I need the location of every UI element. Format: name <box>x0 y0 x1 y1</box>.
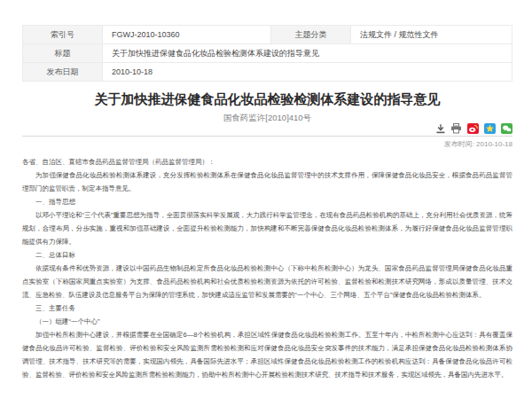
document-meta-table: 索引号 FGWJ-2010-10360 主题分类 法规文件 / 规范性文件 标题… <box>22 25 512 82</box>
print-icon[interactable] <box>450 123 462 134</box>
table-row: 索引号 FGWJ-2010-10360 主题分类 法规文件 / 规范性文件 <box>23 26 512 44</box>
divider <box>22 136 512 137</box>
table-row: 标题 关于加快推进保健食品化妆品检验检测体系建设的指导意见 <box>23 44 512 63</box>
qzone-share-icon[interactable] <box>484 123 496 134</box>
section-3-paragraph: 加强中检所检测中心建设，并根据需要在全国确定6—8个检验机构，承担区域性保健食品… <box>22 328 512 381</box>
page-title: 关于加快推进保健食品化妆品检验检测体系建设的指导意见 <box>22 91 512 107</box>
publish-time: 发布时间: 2010-10-18 <box>22 140 512 149</box>
table-row: 发布日期 2010-10-18 <box>23 63 512 82</box>
section-heading-2: 二、总体目标 <box>22 248 512 262</box>
meta-label-date: 发布日期 <box>23 63 103 82</box>
section-1-paragraph: 以邓小平理论和“三个代表”重要思想为指导，全面贯彻落实科学发展观，大力践行科学监… <box>22 208 512 248</box>
meta-value-date: 2010-10-18 <box>103 63 512 82</box>
salutation-paragraph: 各省、自治区、直辖市食品药品监督管理局（药品监督管理局）： <box>22 155 512 168</box>
meta-value-title: 关于加快推进保健食品化妆品检验检测体系建设的指导意见 <box>103 44 512 63</box>
meta-label-index: 索引号 <box>23 26 103 44</box>
meta-value-index: FGWJ-2010-10360 <box>103 26 271 44</box>
meta-label-title: 标题 <box>23 44 103 63</box>
subsection-heading-3-1: （一）组建“一个中心” <box>22 315 512 328</box>
section-heading-1: 一、指导思想 <box>22 195 512 208</box>
intro-paragraph: 为加强保健食品化妆品检验检测体系建设，充分发挥检验检测体系在保健食品化妆品监督管… <box>22 168 512 195</box>
meta-label-category: 主题分类 <box>271 26 351 44</box>
wechat-share-icon[interactable] <box>501 123 512 134</box>
doc-number: 国食药监许[2010]410号 <box>22 112 512 123</box>
article-toolbar <box>435 123 512 134</box>
meta-value-category: 法规文件 / 规范性文件 <box>351 26 512 44</box>
section-heading-3: 三、主要任务 <box>22 301 512 315</box>
document-page: 索引号 FGWJ-2010-10360 主题分类 法规文件 / 规范性文件 标题… <box>22 25 512 381</box>
document-subhead: 国食药监许[2010]410号 <box>22 112 512 134</box>
download-icon[interactable] <box>435 123 446 134</box>
article-body: 各省、自治区、直辖市食品药品监督管理局（药品监督管理局）： 为加强保健食品化妆品… <box>22 155 512 381</box>
weibo-share-icon[interactable] <box>467 123 479 134</box>
section-2-paragraph: 依据现有条件和优势资源，建设以中国药品生物制品检定所食品化妆品检验检测中心（下称… <box>22 262 512 301</box>
